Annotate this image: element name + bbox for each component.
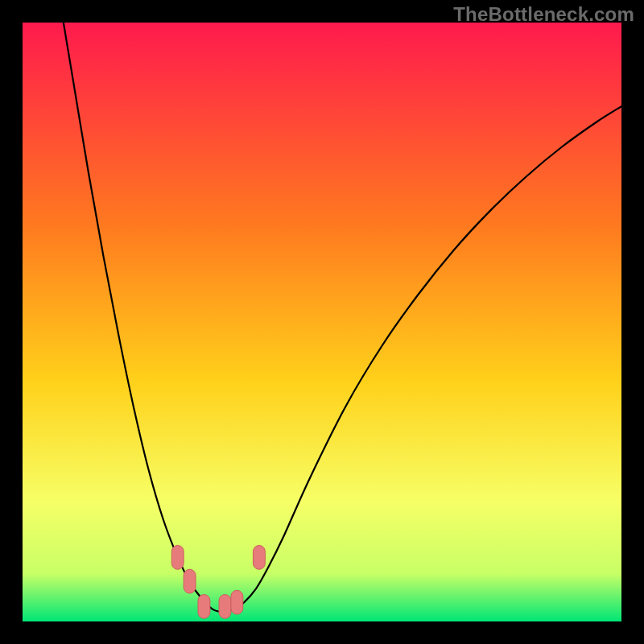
plot-area — [23, 23, 621, 621]
curve-markers — [171, 546, 265, 619]
chart-stage: TheBottleneck.com — [0, 0, 644, 644]
bottleneck-curve — [59, 23, 621, 612]
curve-marker — [184, 569, 196, 593]
curve-marker — [171, 546, 184, 570]
curve-layer — [23, 23, 621, 621]
curve-marker — [231, 590, 243, 614]
watermark-text: TheBottleneck.com — [453, 3, 634, 26]
curve-marker — [253, 546, 265, 570]
curve-marker — [198, 595, 210, 619]
curve-marker — [219, 595, 231, 619]
